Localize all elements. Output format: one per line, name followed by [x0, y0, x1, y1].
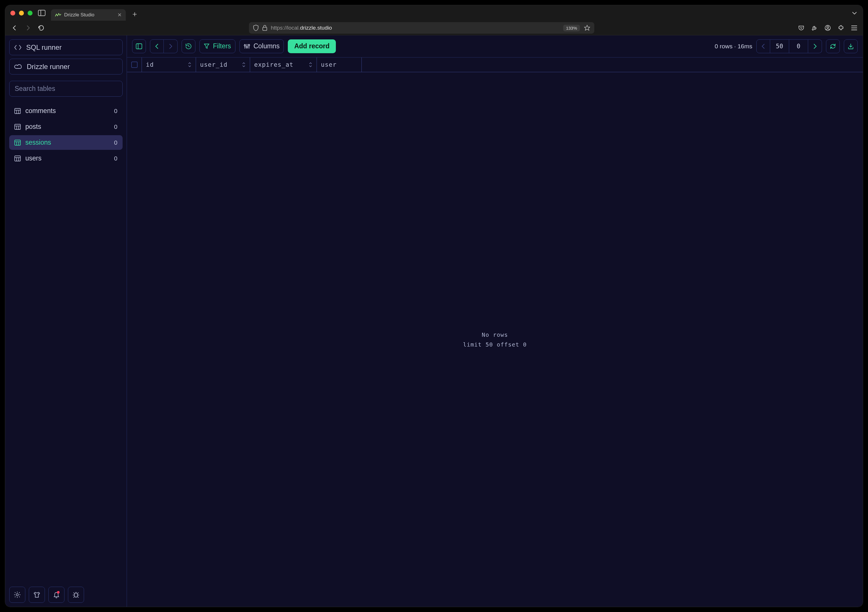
- column-header-id[interactable]: id: [142, 57, 196, 72]
- table-body-empty: No rows limit 50 offset 0: [127, 72, 863, 607]
- table-name: comments: [25, 107, 56, 115]
- column-label: user: [321, 61, 337, 68]
- table-item-posts[interactable]: posts0: [9, 119, 122, 134]
- filters-label: Filters: [213, 42, 231, 50]
- maximize-window-button[interactable]: [28, 11, 33, 15]
- filters-button[interactable]: Filters: [200, 39, 236, 53]
- sql-runner-button[interactable]: SQL runner: [9, 39, 122, 55]
- page-next-button[interactable]: [808, 39, 822, 53]
- extensions-icon[interactable]: [837, 25, 845, 31]
- columns-button[interactable]: Columns: [239, 39, 284, 53]
- shirt-icon: [33, 591, 40, 598]
- sliders-icon: [244, 43, 250, 49]
- sort-icon[interactable]: [242, 62, 246, 68]
- lock-icon: [262, 25, 267, 31]
- column-label: expires_at: [254, 61, 293, 68]
- empty-line-2: limit 50 offset 0: [463, 340, 527, 349]
- table-item-users[interactable]: users0: [9, 151, 122, 165]
- table-item-comments[interactable]: comments0: [9, 104, 122, 118]
- browser-window: Drizzle Studio ✕ ＋ https://local.drizzle…: [5, 5, 863, 607]
- svg-marker-29: [205, 44, 209, 48]
- rows-info: 0 rows · 16ms: [715, 43, 752, 50]
- svg-rect-21: [15, 156, 20, 161]
- svg-point-33: [246, 46, 248, 48]
- page-offset[interactable]: 0: [789, 39, 808, 53]
- search-tables-input[interactable]: [14, 85, 118, 93]
- pocket-icon[interactable]: [798, 25, 805, 31]
- shield-icon: [253, 25, 259, 31]
- zoom-level[interactable]: 133%: [563, 25, 580, 31]
- new-tab-button[interactable]: ＋: [131, 9, 138, 19]
- sort-icon[interactable]: [308, 62, 313, 68]
- minimize-window-button[interactable]: [19, 11, 24, 15]
- history-nav-group: [150, 39, 178, 53]
- sidebar-toggle-icon[interactable]: [38, 9, 46, 16]
- sql-runner-label: SQL runner: [26, 43, 62, 51]
- column-label: user_id: [200, 61, 228, 68]
- reload-button[interactable]: [37, 23, 45, 32]
- forward-button[interactable]: [23, 23, 32, 32]
- history-button[interactable]: [181, 39, 195, 53]
- next-query-button[interactable]: [164, 39, 178, 53]
- table-list: comments0posts0sessions0users0: [9, 104, 122, 165]
- table-item-sessions[interactable]: sessions0: [9, 135, 122, 150]
- brackets-icon: [14, 44, 22, 51]
- browser-tab[interactable]: Drizzle Studio ✕: [51, 9, 126, 21]
- theme-button[interactable]: [29, 587, 45, 603]
- search-tables-wrap: [9, 81, 122, 97]
- close-window-button[interactable]: [10, 11, 15, 15]
- table-count: 0: [114, 155, 118, 162]
- table-icon: [14, 140, 21, 145]
- table-name: users: [25, 155, 42, 162]
- table-icon: [14, 156, 21, 161]
- toolbar: Filters Columns Add record 0 rows · 16ms…: [127, 36, 863, 57]
- back-button[interactable]: [10, 23, 19, 32]
- svg-rect-17: [15, 140, 20, 145]
- toggle-sidebar-button[interactable]: [132, 39, 146, 53]
- address-bar[interactable]: https://local.drizzle.studio 133%: [249, 22, 594, 34]
- column-header-expires_at[interactable]: expires_at: [250, 57, 317, 72]
- devtools-icon[interactable]: [811, 25, 818, 31]
- settings-button[interactable]: [9, 587, 25, 603]
- page-limit[interactable]: 50: [770, 39, 789, 53]
- close-tab-button[interactable]: ✕: [118, 12, 122, 18]
- table-header-row: iduser_idexpires_atuser: [127, 57, 863, 72]
- drizzle-runner-label: Drizzle runner: [27, 63, 70, 71]
- tab-title: Drizzle Studio: [64, 12, 95, 18]
- svg-rect-0: [38, 10, 45, 16]
- column-header-user_id[interactable]: user_id: [196, 57, 250, 72]
- url-bar: https://local.drizzle.studio 133%: [5, 21, 863, 35]
- svg-rect-9: [15, 108, 20, 114]
- pagination: 50 0: [756, 39, 822, 53]
- table-icon: [14, 124, 21, 130]
- app-root: SQL runner Drizzle runner comments0posts…: [5, 35, 863, 607]
- svg-point-25: [16, 593, 19, 596]
- add-record-button[interactable]: Add record: [288, 39, 336, 53]
- bookmark-icon[interactable]: [584, 25, 590, 31]
- bug-icon: [72, 591, 80, 598]
- svg-point-31: [244, 45, 245, 46]
- browser-actions: [798, 25, 858, 31]
- tab-bar: Drizzle Studio ✕ ＋: [5, 5, 863, 21]
- column-header-user[interactable]: user: [317, 57, 362, 72]
- account-icon[interactable]: [824, 25, 831, 31]
- export-button[interactable]: [844, 39, 858, 53]
- notifications-button[interactable]: [48, 587, 65, 603]
- select-all-checkbox[interactable]: [131, 62, 138, 68]
- prev-query-button[interactable]: [150, 39, 164, 53]
- tab-list-button[interactable]: [851, 11, 858, 15]
- select-all-cell: [127, 57, 142, 72]
- svg-rect-13: [15, 124, 20, 130]
- menu-icon[interactable]: [851, 25, 858, 31]
- window-controls: [10, 11, 33, 15]
- sidebar-footer: [9, 587, 122, 603]
- page-prev-button[interactable]: [756, 39, 770, 53]
- drizzle-runner-button[interactable]: Drizzle runner: [9, 59, 122, 74]
- sort-icon[interactable]: [188, 62, 192, 68]
- debug-button[interactable]: [68, 587, 84, 603]
- svg-rect-2: [263, 27, 267, 31]
- cloud-icon: [14, 64, 22, 70]
- filter-icon: [204, 43, 209, 49]
- svg-rect-27: [136, 44, 142, 49]
- refresh-button[interactable]: [826, 39, 840, 53]
